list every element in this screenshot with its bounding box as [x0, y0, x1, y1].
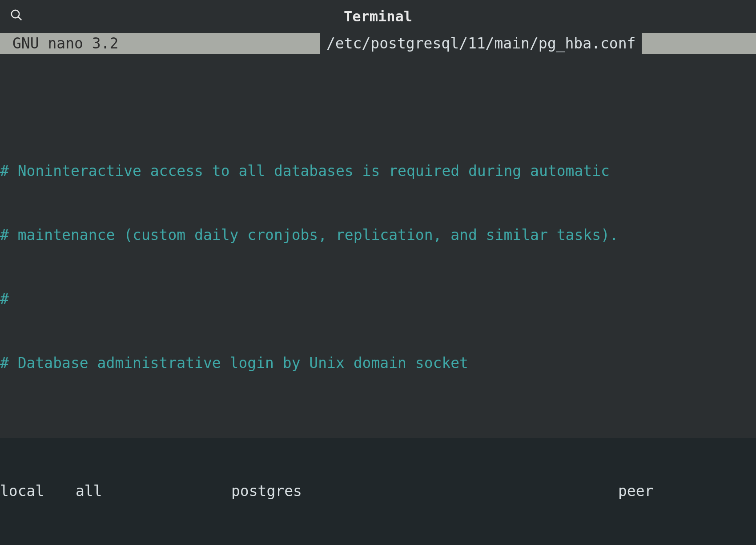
comment-line: # maintenance (custom daily cronjobs, re… — [0, 224, 619, 246]
col-user: postgres — [231, 481, 387, 502]
col-type: local — [0, 481, 76, 502]
col-database: all — [76, 481, 231, 502]
config-row: local all postgres peer — [0, 481, 756, 502]
nano-header: GNU nano 3.2 /etc/postgresql/11/main/pg_… — [0, 33, 756, 54]
col-method: peer — [618, 481, 653, 502]
search-icon[interactable] — [10, 8, 23, 25]
comment-line: # Noninteractive access to all databases… — [0, 160, 610, 182]
comment-line: # Database administrative login by Unix … — [0, 353, 468, 374]
window-titlebar: Terminal — [0, 0, 756, 33]
nano-version-label: GNU nano 3.2 — [12, 35, 118, 52]
window-title: Terminal — [344, 8, 412, 25]
editor-content[interactable]: # Noninteractive access to all databases… — [0, 54, 756, 545]
svg-line-1 — [18, 16, 22, 20]
comment-line: # — [0, 289, 9, 310]
highlighted-block: local all postgres peer local all some_u… — [0, 438, 756, 545]
svg-point-0 — [12, 10, 20, 18]
nano-file-path: /etc/postgresql/11/main/pg_hba.conf — [320, 33, 642, 54]
